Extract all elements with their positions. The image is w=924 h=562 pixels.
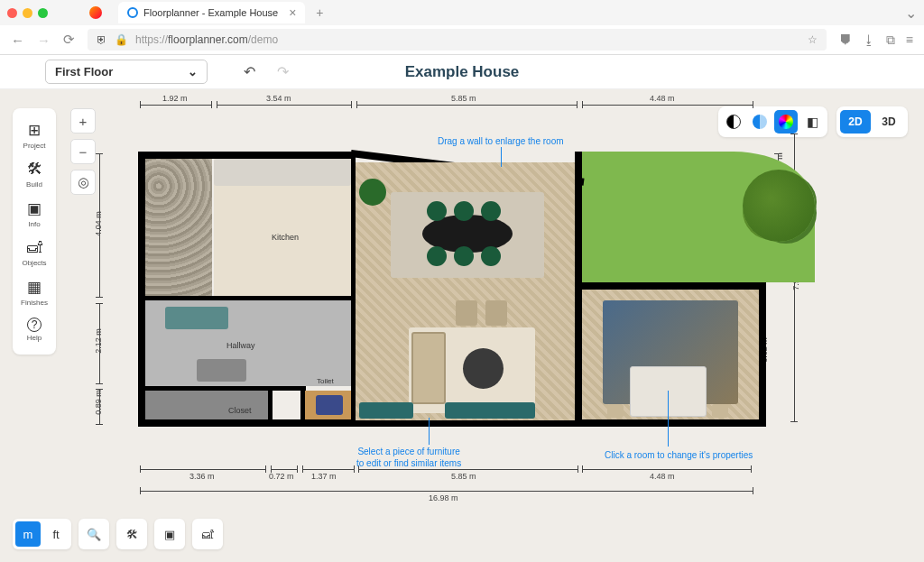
nightstand[interactable]	[607, 404, 624, 418]
sidebar-item-label: Project	[13, 142, 56, 150]
firefox-icon	[89, 6, 102, 19]
tools-button[interactable]: 🛠	[119, 521, 144, 547]
hint-line	[668, 391, 669, 447]
tv-unit[interactable]	[445, 402, 535, 419]
undo-button[interactable]: ↶	[244, 63, 255, 80]
menu-icon[interactable]: ≡	[906, 32, 913, 48]
dining-chair[interactable]	[427, 201, 447, 221]
armchair[interactable]	[456, 300, 477, 326]
patio-area[interactable]	[145, 159, 212, 296]
sidebar-item-label: Help	[13, 334, 56, 342]
tabs-overflow-icon[interactable]: ⌄	[905, 5, 917, 22]
hint-room-props: Click a room to change it's properties	[605, 449, 753, 461]
plant[interactable]	[359, 179, 386, 206]
dimension-label: 4.04 m	[94, 211, 103, 236]
hallway-bench[interactable]	[165, 307, 228, 329]
new-tab-button[interactable]: +	[310, 5, 328, 20]
downloads-icon[interactable]: ⭳	[863, 32, 875, 48]
help-icon: ?	[27, 318, 42, 332]
sidebar-item-project[interactable]: ⊞ Project	[13, 115, 56, 155]
floor-selected-label: First Floor	[55, 65, 113, 78]
room-label-closet: Closet	[228, 406, 252, 415]
dimension-label: 4.48 m	[650, 472, 675, 481]
floor-selector[interactable]: First Floor ⌄	[45, 60, 208, 84]
zoom-out-button[interactable]: −	[70, 139, 96, 164]
wall[interactable]	[759, 282, 766, 427]
url-bar: ← → ⟳ ⛨ 🔒 https://floorplanner.com/demo …	[0, 25, 924, 54]
nightstand[interactable]	[712, 404, 728, 418]
close-window-icon[interactable]	[7, 8, 17, 18]
dimension-line	[358, 469, 578, 470]
search-button[interactable]: 🔍	[81, 521, 106, 547]
armchair[interactable]	[485, 300, 507, 326]
sidebar-item-build[interactable]: 🛠 Build	[13, 155, 56, 194]
extensions-icon[interactable]: ⧉	[886, 32, 895, 48]
hallway-cabinet[interactable]	[197, 359, 246, 382]
wall[interactable]	[575, 282, 764, 290]
browser-tab[interactable]: Floorplanner - Example House ×	[118, 2, 305, 23]
undo-redo-group: ↶ ↷	[244, 63, 289, 80]
house-plan[interactable]: Kitchen Dining Living Hallway Closet Toi…	[138, 152, 770, 427]
comments-button[interactable]: ▣	[157, 521, 182, 547]
dining-chair[interactable]	[454, 246, 474, 266]
floorplan-canvas[interactable]: 1.92 m 3.54 m 5.85 m 4.48 m 4.04 m 2.12 …	[95, 97, 799, 512]
room-closet[interactable]	[145, 391, 268, 419]
reload-button[interactable]: ⟳	[63, 32, 75, 48]
room-label-kitchen: Kitchen	[272, 233, 299, 242]
wall[interactable]	[138, 152, 145, 424]
minimize-window-icon[interactable]	[23, 8, 32, 18]
dining-chair[interactable]	[481, 201, 501, 221]
kitchen-counter[interactable]	[214, 159, 351, 186]
sofa[interactable]	[411, 332, 446, 404]
window-controls[interactable]	[7, 8, 48, 18]
dimension-label: 0.72 m	[269, 472, 294, 481]
toilet-rug[interactable]	[316, 395, 343, 415]
dimension-line	[582, 469, 752, 470]
coffee-table[interactable]	[463, 348, 504, 389]
browser-chrome: Floorplanner - Example House × + ⌄ ← → ⟳…	[0, 0, 924, 55]
tree-icon[interactable]	[743, 170, 815, 242]
center-view-button[interactable]: ◎	[70, 170, 96, 195]
wall[interactable]	[138, 152, 355, 159]
view-3d-button[interactable]: 3D	[873, 110, 904, 134]
view-2d-button[interactable]: 2D	[840, 110, 871, 134]
wall[interactable]	[268, 386, 273, 422]
dimension-label: 1.92 m	[162, 94, 188, 103]
chevron-down-icon: ⌄	[188, 65, 198, 78]
dimension-label: 4.48 m	[650, 94, 675, 103]
dining-chair[interactable]	[454, 201, 474, 221]
sidebar-item-label: Info	[13, 220, 56, 228]
style-dollhouse-button[interactable]: ◧	[800, 110, 824, 134]
unit-imperial-button[interactable]: ft	[43, 521, 69, 547]
zoom-in-button[interactable]: +	[70, 108, 96, 134]
sideboard[interactable]	[359, 402, 413, 419]
sidebar-item-objects[interactable]: 🛋 Objects	[13, 234, 56, 272]
favicon-icon	[127, 7, 138, 18]
dimension-label: 16.98 m	[429, 493, 458, 502]
dining-chair[interactable]	[481, 246, 501, 266]
furniture-button[interactable]: 🛋	[195, 521, 220, 547]
hint-line	[429, 418, 430, 445]
address-bar[interactable]: ⛨ 🔒 https://floorplanner.com/demo ☆	[88, 29, 827, 51]
wall[interactable]	[138, 419, 765, 427]
sidebar-item-label: Finishes	[13, 299, 56, 307]
sidebar-item-finishes[interactable]: ▦ Finishes	[13, 272, 56, 312]
dimension-line	[140, 105, 212, 106]
save-pocket-icon[interactable]: ⛊	[839, 32, 852, 48]
dining-chair[interactable]	[427, 246, 447, 266]
dimension-label: 5.85 m	[451, 94, 476, 103]
url-protocol: https://	[135, 33, 168, 46]
sidebar-item-help[interactable]: ? Help	[13, 312, 56, 347]
back-button[interactable]: ←	[11, 32, 24, 48]
maximize-window-icon[interactable]	[38, 8, 48, 18]
shield-icon: ⛨	[97, 33, 107, 46]
sidebar-item-info[interactable]: ▣ Info	[13, 194, 56, 234]
browser-tab-bar: Floorplanner - Example House × + ⌄	[0, 0, 924, 25]
dimension-label: 0.89 m	[94, 390, 103, 415]
forward-button[interactable]: →	[37, 32, 51, 48]
close-tab-icon[interactable]: ×	[289, 5, 296, 20]
unit-metric-button[interactable]: m	[15, 521, 41, 547]
url-path: /demo	[248, 33, 278, 46]
bookmark-star-icon[interactable]: ☆	[808, 33, 818, 46]
redo-button[interactable]: ↷	[277, 63, 289, 80]
